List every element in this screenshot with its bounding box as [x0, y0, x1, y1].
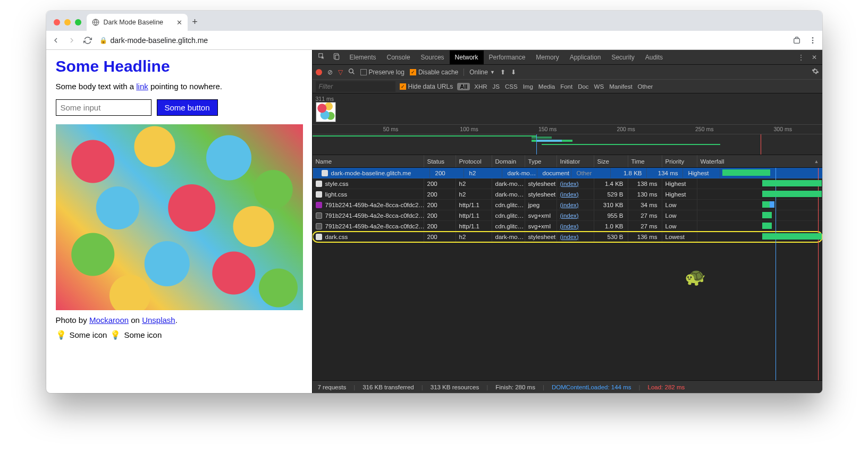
preserve-log-checkbox[interactable]: Preserve log	[360, 69, 404, 76]
column-header-priority[interactable]: Priority	[662, 155, 697, 167]
svg-point-8	[349, 69, 353, 73]
record-icon[interactable]	[316, 69, 322, 75]
network-overview[interactable]: 311 ms 50 ms100 ms150 ms200 ms250 ms300 …	[313, 93, 822, 155]
reload-icon[interactable]	[83, 36, 92, 45]
network-request-row[interactable]: light.css200h2dark-mo…stylesheet(index)5…	[313, 189, 822, 200]
download-icon[interactable]: ⬇	[511, 69, 516, 76]
column-header-domain[interactable]: Domain	[492, 155, 525, 167]
network-table-header[interactable]: NameStatusProtocolDomainTypeInitiatorSiz…	[313, 155, 822, 168]
devtools-close-icon[interactable]: ✕	[808, 54, 820, 61]
devtools-tab-application[interactable]: Application	[564, 50, 606, 64]
cell-priority: Highest	[662, 178, 697, 189]
filter-type-other[interactable]: Other	[638, 83, 653, 90]
cell-time: 136 ms	[628, 232, 662, 242]
column-header-size[interactable]: Size	[594, 155, 628, 167]
credit-site-link[interactable]: Unsplash	[142, 315, 175, 325]
network-request-row[interactable]: dark-mode-baseline.glitch.me200h2dark-mo…	[313, 168, 822, 178]
filter-type-js[interactable]: JS	[493, 83, 500, 90]
timeline-tick: 150 ms	[538, 126, 557, 132]
settings-gear-icon[interactable]	[812, 67, 819, 76]
column-header-time[interactable]: Time	[628, 155, 662, 167]
column-header-waterfall[interactable]: Waterfall▲	[697, 155, 822, 167]
devtools-tab-security[interactable]: Security	[606, 50, 639, 64]
network-status-bar: 7 requests| 316 KB transferred| 313 KB r…	[313, 380, 822, 393]
devtools-tab-console[interactable]: Console	[382, 50, 416, 64]
svg-point-2	[812, 37, 813, 39]
filter-type-xhr[interactable]: XHR	[474, 83, 487, 90]
devtools-tab-audits[interactable]: Audits	[640, 50, 668, 64]
throttling-select[interactable]: Online ▼	[464, 69, 495, 76]
menu-icon[interactable]	[808, 36, 817, 45]
cell-status: 200	[424, 178, 456, 189]
cell-domain: cdn.glitc…	[492, 200, 525, 210]
new-tab-button[interactable]: +	[188, 16, 203, 31]
filter-type-font[interactable]: Font	[560, 83, 572, 90]
cell-initiator[interactable]: (index)	[557, 200, 594, 210]
column-header-type[interactable]: Type	[525, 155, 557, 167]
devtools-tab-performance[interactable]: Performance	[484, 50, 531, 64]
cell-name: 791b2241-459b-4a2e-8cca-c0fdc2…	[313, 200, 424, 210]
back-icon[interactable]	[52, 36, 60, 45]
column-header-initiator[interactable]: Initiator	[557, 155, 594, 167]
forward-icon[interactable]	[68, 36, 76, 45]
lightbulb-outline-icon: 💡	[110, 330, 121, 340]
cell-priority: Low	[662, 210, 697, 220]
disable-cache-checkbox[interactable]: ✓Disable cache	[410, 69, 458, 76]
cell-protocol: h2	[456, 232, 492, 242]
sample-button[interactable]: Some button	[157, 99, 218, 116]
network-request-row[interactable]: 791b2241-459b-4a2e-8cca-c0fdc2…200http/1…	[313, 200, 822, 210]
upload-icon[interactable]: ⬆	[500, 69, 505, 76]
devtools-tab-memory[interactable]: Memory	[530, 50, 564, 64]
minimize-window-button[interactable]	[64, 19, 71, 25]
filter-type-media[interactable]: Media	[538, 83, 555, 90]
element-picker-icon[interactable]	[315, 53, 328, 62]
devtools-tab-elements[interactable]: Elements	[344, 50, 382, 64]
close-window-button[interactable]	[54, 19, 60, 25]
browser-tab[interactable]: Dark Mode Baseline ✕	[87, 14, 188, 31]
close-tab-icon[interactable]: ✕	[176, 19, 182, 27]
sample-input[interactable]	[56, 99, 151, 116]
filter-all[interactable]: All	[457, 83, 470, 90]
cell-waterfall	[722, 168, 822, 178]
cell-initiator[interactable]: (index)	[557, 189, 594, 199]
column-header-status[interactable]: Status	[424, 155, 456, 167]
column-header-name[interactable]: Name	[313, 155, 424, 167]
body-link[interactable]: link	[136, 82, 148, 91]
network-request-row[interactable]: style.css200h2dark-mo…stylesheet(index)1…	[313, 178, 822, 189]
search-icon[interactable]	[348, 68, 355, 76]
cell-initiator[interactable]: (index)	[557, 221, 594, 231]
cell-waterfall	[697, 210, 822, 220]
filter-type-manifest[interactable]: Manifest	[609, 83, 632, 90]
network-request-row[interactable]: 791b2241-459b-4a2e-8cca-c0fdc2…200http/1…	[313, 221, 822, 232]
extensions-icon[interactable]	[793, 36, 801, 45]
devtools-panel: ElementsConsoleSourcesNetworkPerformance…	[312, 50, 822, 393]
filter-toggle-icon[interactable]: ▽	[338, 69, 343, 76]
url-field[interactable]: 🔒 dark-mode-baseline.glitch.me	[99, 36, 785, 45]
devtools-tab-sources[interactable]: Sources	[416, 50, 450, 64]
devtools-tab-network[interactable]: Network	[450, 50, 484, 64]
credit-author-link[interactable]: Mockaroon	[89, 315, 129, 325]
filter-type-doc[interactable]: Doc	[578, 83, 588, 90]
network-request-row[interactable]: 791b2241-459b-4a2e-8cca-c0fdc2…200http/1…	[313, 210, 822, 221]
column-header-protocol[interactable]: Protocol	[456, 155, 492, 167]
cell-initiator[interactable]: (index)	[557, 210, 594, 220]
svg-rect-7	[335, 55, 339, 59]
filter-type-ws[interactable]: WS	[594, 83, 604, 90]
hide-data-urls-checkbox[interactable]: ✓Hide data URLs	[400, 83, 453, 90]
filter-type-css[interactable]: CSS	[505, 83, 518, 90]
network-request-row[interactable]: dark.css200h2dark-mo…stylesheet(index)53…	[313, 232, 822, 242]
clear-icon[interactable]: ⊘	[327, 69, 333, 76]
timeline-tick: 300 ms	[774, 126, 792, 132]
device-toggle-icon[interactable]	[330, 53, 343, 62]
devtools-more-icon[interactable]: ⋮	[795, 54, 807, 61]
cell-initiator[interactable]: (index)	[557, 178, 594, 189]
cell-size: 310 KB	[594, 200, 628, 210]
cell-status: 200	[424, 221, 456, 231]
cell-protocol: h2	[456, 189, 492, 199]
cell-domain: dark-mo…	[504, 168, 537, 178]
maximize-window-button[interactable]	[75, 19, 81, 25]
filter-input[interactable]	[316, 81, 395, 92]
cell-name: style.css	[313, 178, 424, 189]
cell-initiator[interactable]: (index)	[557, 232, 594, 242]
filter-type-img[interactable]: Img	[523, 83, 533, 90]
